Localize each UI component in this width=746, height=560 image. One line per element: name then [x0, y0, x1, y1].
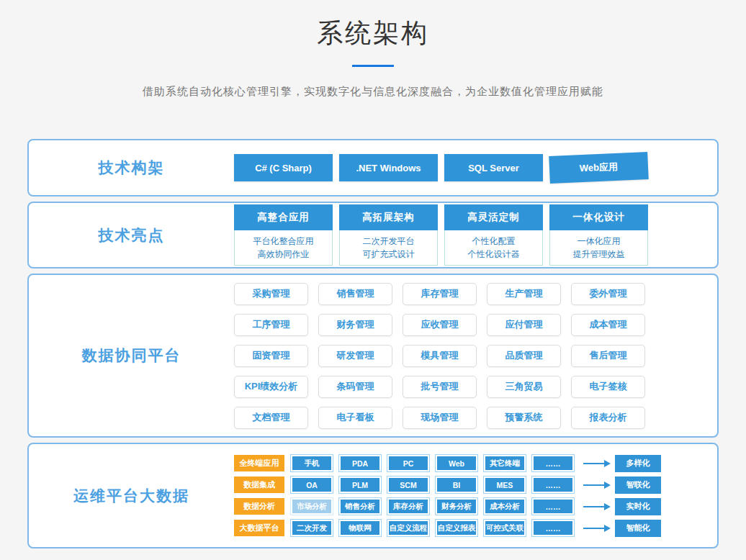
ops-row-bigdata-platform: 大数据平台 二次开发 物联网 自定义流程 自定义报表 可控式关联 …… 智能化 [234, 520, 717, 537]
module-button-batch[interactable]: 批号管理 [403, 376, 477, 398]
ops-item-cost-analysis[interactable]: 成本分析 [484, 498, 526, 515]
ops-item-scm[interactable]: SCM [387, 477, 429, 493]
ops-rows: 全终端应用 手机 PDA PC Web 其它终端 …… 多样化 数据集成 OA … [234, 444, 717, 547]
ops-item-finance-analysis[interactable]: 财务分析 [436, 498, 477, 515]
ops-item-custom-flow[interactable]: 自定义流程 [387, 520, 429, 536]
highlight-card: 高拓展架构 二次开发平台 可扩充式设计 [339, 204, 438, 266]
highlight-card-body: 二次开发平台 可扩充式设计 [339, 230, 438, 266]
ops-item-inventory-analysis[interactable]: 库存分析 [387, 498, 429, 515]
highlight-card: 一体化设计 一体化应用 提升管理效益 [549, 204, 648, 266]
highlight-card-body: 平台化整合应用 高效协同作业 [234, 230, 333, 266]
section-label-ops-bigdata: 运维平台大数据 [29, 444, 234, 547]
ops-row-terminals: 全终端应用 手机 PDA PC Web 其它终端 …… 多样化 [234, 455, 717, 472]
module-button-report-analysis[interactable]: 报表分析 [571, 407, 645, 429]
module-button-fixed-assets[interactable]: 固资管理 [234, 345, 308, 367]
ops-result-diversified: 多样化 [615, 455, 661, 472]
ops-item-sales-analysis[interactable]: 销售分析 [339, 498, 381, 515]
module-button-receivable[interactable]: 应收管理 [403, 314, 477, 336]
ops-row-integration: 数据集成 OA PLM SCM BI MES …… 智联化 [234, 477, 717, 494]
tech-button-webapp[interactable]: Web应用 [549, 152, 649, 184]
module-button-barcode[interactable]: 条码管理 [318, 376, 392, 398]
highlight-card-title: 一体化设计 [549, 204, 648, 230]
ops-category-badge: 数据集成 [234, 477, 284, 493]
tech-button-dotnet[interactable]: .NET Windows [339, 154, 438, 181]
tech-framework-buttons: C# (C Sharp) .NET Windows SQL Server Web… [234, 140, 717, 195]
highlight-cards: 高整合应用 平台化整合应用 高效协同作业 高拓展架构 二次开发平台 可扩充式设计… [234, 203, 717, 267]
highlight-card-line: 平台化整合应用 [235, 235, 332, 247]
module-button-document[interactable]: 文档管理 [234, 407, 308, 429]
highlight-card-line: 高效协同作业 [235, 248, 332, 260]
highlight-card-title: 高整合应用 [234, 204, 333, 230]
right-arrow-icon [583, 484, 605, 486]
highlight-card-line: 个性化设计器 [445, 248, 542, 260]
right-arrow-icon [583, 506, 605, 507]
ops-item-pda[interactable]: PDA [339, 455, 381, 471]
ops-item-other-terminals[interactable]: 其它终端 [484, 455, 526, 471]
module-button-warning-system[interactable]: 预警系统 [487, 407, 561, 429]
ops-row-analysis: 数据分析 市场分析 销售分析 库存分析 财务分析 成本分析 …… 实时化 [234, 498, 717, 515]
section-ops-bigdata: 运维平台大数据 全终端应用 手机 PDA PC Web 其它终端 …… 多样化 … [27, 443, 719, 548]
section-label-tech-highlights: 技术亮点 [29, 203, 234, 267]
ops-result-interconnected: 智联化 [615, 477, 661, 494]
ops-item-ellipsis: …… [532, 520, 574, 536]
module-button-triangle-trade[interactable]: 三角贸易 [487, 376, 561, 398]
ops-item-controllable-link[interactable]: 可控式关联 [484, 520, 526, 536]
ops-item-plm[interactable]: PLM [339, 477, 381, 493]
ops-result-realtime: 实时化 [615, 498, 661, 515]
ops-category-badge: 全终端应用 [234, 455, 284, 471]
module-button-cost[interactable]: 成本管理 [571, 314, 645, 336]
ops-category-badge: 数据分析 [234, 498, 284, 515]
module-button-after-sales[interactable]: 售后管理 [571, 345, 645, 367]
highlight-card-line: 一体化应用 [550, 235, 647, 247]
module-button-e-kanban[interactable]: 电子看板 [318, 407, 392, 429]
ops-item-mes[interactable]: MES [484, 477, 526, 493]
ops-item-bi[interactable]: BI [436, 477, 477, 493]
module-button-quality[interactable]: 品质管理 [487, 345, 561, 367]
highlight-card-line: 二次开发平台 [340, 235, 437, 247]
ops-category-badge: 大数据平台 [234, 520, 284, 536]
highlight-card: 高灵活定制 个性化配置 个性化设计器 [444, 204, 543, 266]
ops-item-mobile[interactable]: 手机 [291, 455, 333, 471]
module-button-e-signature[interactable]: 电子签核 [571, 376, 645, 398]
highlight-card-body: 个性化配置 个性化设计器 [444, 230, 543, 266]
highlight-card-title: 高拓展架构 [339, 204, 438, 230]
module-button-payable[interactable]: 应付管理 [487, 314, 561, 336]
page-subtitle: 借助系统自动化核心管理引擎，实现数字化与信息化深度融合，为企业数值化管理应用赋能 [0, 85, 746, 99]
highlight-card-body: 一体化应用 提升管理效益 [549, 230, 648, 266]
ops-item-web[interactable]: Web [436, 455, 477, 471]
page-title: 系统架构 [0, 16, 746, 51]
module-button-rnd[interactable]: 研发管理 [318, 345, 392, 367]
ops-item-iot[interactable]: 物联网 [339, 520, 381, 536]
page-header: 系统架构 借助系统自动化核心管理引擎，实现数字化与信息化深度融合，为企业数值化管… [0, 0, 746, 99]
ops-item-custom-report[interactable]: 自定义报表 [436, 520, 477, 536]
module-button-production[interactable]: 生产管理 [487, 283, 561, 305]
section-data-collab-platform: 数据协同平台 采购管理 销售管理 库存管理 生产管理 委外管理 工序管理 财务管… [27, 274, 719, 438]
ops-item-pc[interactable]: PC [387, 455, 429, 471]
highlight-card-line: 提升管理效益 [550, 248, 647, 260]
ops-item-ellipsis: …… [532, 498, 574, 515]
module-grid: 采购管理 销售管理 库存管理 生产管理 委外管理 工序管理 财务管理 应收管理 … [234, 275, 717, 436]
highlight-card-line: 可扩充式设计 [340, 248, 437, 260]
ops-result-intelligent: 智能化 [615, 520, 661, 537]
module-button-purchase[interactable]: 采购管理 [234, 283, 308, 305]
module-button-kpi[interactable]: KPI绩效分析 [234, 376, 308, 398]
title-divider [352, 65, 394, 67]
module-button-inventory[interactable]: 库存管理 [403, 283, 477, 305]
section-tech-highlights: 技术亮点 高整合应用 平台化整合应用 高效协同作业 高拓展架构 二次开发平台 可… [27, 202, 719, 268]
module-button-mold[interactable]: 模具管理 [403, 345, 477, 367]
section-label-data-collab: 数据协同平台 [29, 275, 234, 436]
module-button-finance[interactable]: 财务管理 [318, 314, 392, 336]
tech-button-csharp[interactable]: C# (C Sharp) [234, 154, 333, 181]
architecture-sections: 技术构架 C# (C Sharp) .NET Windows SQL Serve… [27, 139, 719, 548]
tech-button-sqlserver[interactable]: SQL Server [444, 154, 543, 181]
highlight-card-title: 高灵活定制 [444, 204, 543, 230]
highlight-card: 高整合应用 平台化整合应用 高效协同作业 [234, 204, 333, 266]
highlight-card-line: 个性化配置 [445, 235, 542, 247]
ops-item-market-analysis[interactable]: 市场分析 [291, 498, 333, 515]
ops-item-secondary-dev[interactable]: 二次开发 [291, 520, 333, 536]
module-button-sales[interactable]: 销售管理 [318, 283, 392, 305]
module-button-onsite[interactable]: 现场管理 [403, 407, 477, 429]
ops-item-oa[interactable]: OA [291, 477, 333, 493]
module-button-process[interactable]: 工序管理 [234, 314, 308, 336]
module-button-outsourcing[interactable]: 委外管理 [571, 283, 645, 305]
